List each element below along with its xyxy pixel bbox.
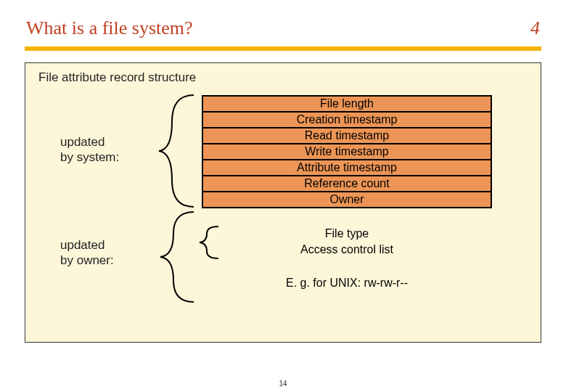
slide-number: 4 xyxy=(530,17,540,39)
slide-header: What is a file system? 4 xyxy=(0,0,566,46)
unix-example: E. g. for UNIX: rw-rw-r-- xyxy=(209,277,485,290)
label-updated-by-system: updated by system: xyxy=(60,134,119,166)
content-subtitle: File attribute record structure xyxy=(38,70,528,85)
attr-file-length: File length xyxy=(202,95,492,113)
divider-line xyxy=(25,46,541,51)
attribute-diagram: updated by system: updated by owner: Fil… xyxy=(38,95,528,327)
attr-creation-timestamp: Creation timestamp xyxy=(202,111,492,128)
brace-system-icon xyxy=(155,93,194,209)
content-panel: File attribute record structure updated … xyxy=(25,62,541,343)
brace-owner-sub-icon xyxy=(197,224,218,261)
label-system-text: updated by system: xyxy=(60,135,119,164)
attribute-stack: File length Creation timestamp Read time… xyxy=(202,95,492,208)
attr-owner: Owner xyxy=(202,191,492,208)
brace-owner-icon xyxy=(156,210,194,304)
attr-read-timestamp: Read timestamp xyxy=(202,127,492,144)
attr-access-control-list: Access control list xyxy=(231,243,463,256)
attr-file-type: File type xyxy=(231,227,463,240)
label-owner-text: updated by owner: xyxy=(60,238,114,267)
slide-title: What is a file system? xyxy=(26,17,193,39)
label-updated-by-owner: updated by owner: xyxy=(60,237,114,269)
attr-write-timestamp: Write timestamp xyxy=(202,143,492,160)
page-number: 14 xyxy=(279,380,287,388)
attr-attribute-timestamp: Attribute timestamp xyxy=(202,159,492,176)
attr-reference-count: Reference count xyxy=(202,175,492,192)
